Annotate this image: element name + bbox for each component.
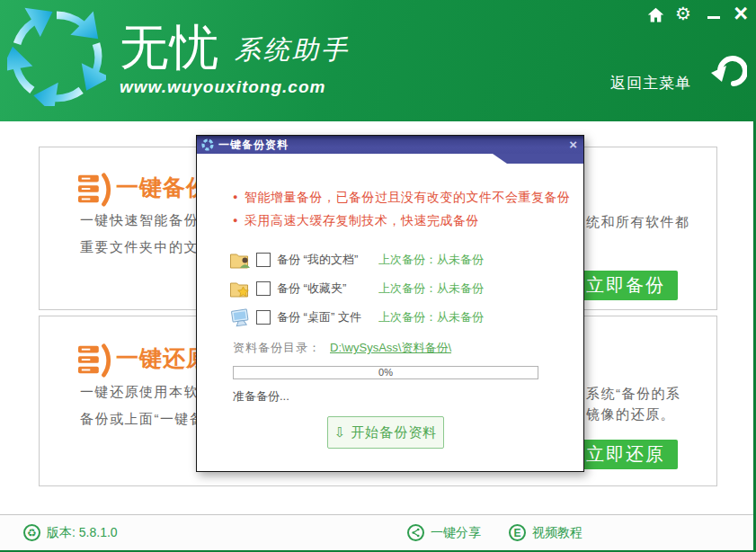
brand-subtitle: 系统助手	[235, 32, 350, 68]
version-info: ♻ 版本: 5.8.1.0	[23, 515, 118, 550]
video-tutorial-label: 视频教程	[532, 525, 583, 541]
dialog-bullet-2: 采用高速大缓存复制技术，快速完成备份	[233, 213, 479, 229]
return-arrow-icon	[709, 47, 747, 88]
dialog-close-icon[interactable]: ×	[569, 136, 577, 153]
dialog-title: 一键备份资料	[218, 138, 289, 153]
favorites-checkbox[interactable]	[256, 281, 271, 296]
backup-stack-icon	[78, 173, 112, 207]
download-arrow-icon: ⇩	[334, 424, 347, 441]
backup-item-row: 备份 “桌面” 文件 上次备份：从未备份	[229, 306, 580, 329]
backup-directory-link[interactable]: D:\wySysAss\资料备份\	[330, 340, 451, 356]
backup-item-status: 上次备份：从未备份	[378, 280, 484, 297]
dialog-bullet-1: 智能增量备份，已备份过且没有改变的文件不会重复备份	[233, 190, 570, 206]
share-icon	[407, 524, 424, 541]
backup-desc-line2: 重要文件夹中的文件	[80, 239, 214, 256]
restore-desc-right2: 镜像的还原。	[586, 406, 675, 423]
dialog-titlebar[interactable]: 一键备份资料 ×	[197, 136, 583, 154]
share-label: 一键分享	[431, 525, 481, 541]
backup-item-status: 上次备份：从未备份	[378, 309, 484, 325]
restore-stack-icon	[78, 343, 112, 378]
backup-status-text: 准备备份...	[233, 388, 289, 405]
dialog-tab-decoration	[493, 154, 583, 164]
backup-item-label: 备份 “桌面” 文件	[277, 309, 378, 325]
backup-item-label: 备份 “收藏夹”	[277, 280, 378, 297]
backup-now-button[interactable]: 立即备份	[574, 271, 678, 300]
backup-item-row: 备份 “我的文档” 上次备份：从未备份	[229, 248, 580, 272]
video-tutorial-icon: E	[509, 524, 526, 541]
gear-icon[interactable]: ⚙	[675, 3, 691, 24]
brand-website: www.wuyouxitong.com	[120, 77, 350, 97]
backup-item-label: 备份 “我的文档”	[277, 252, 378, 268]
recycle-logo-icon	[7, 7, 106, 106]
backup-directory-row: 资料备份目录： D:\wySysAss\资料备份\	[233, 340, 451, 356]
header: 无忧 系统助手 www.wuyouxitong.com ⚙ × 返回主菜单	[0, 0, 756, 121]
desktop-icon	[229, 307, 252, 328]
restore-now-button[interactable]: 立即还原	[574, 440, 678, 469]
desktop-checkbox[interactable]	[256, 310, 271, 325]
brand-title: 无忧	[120, 22, 220, 73]
back-to-main-menu-button[interactable]: 返回主菜单	[610, 47, 747, 97]
my-documents-checkbox[interactable]	[256, 253, 271, 267]
start-backup-label: 开始备份资料	[351, 424, 437, 441]
home-icon[interactable]	[646, 6, 665, 24]
back-to-main-menu-label: 返回主菜单	[610, 73, 691, 93]
restore-desc-line1: 一键还原使用本软件	[80, 384, 214, 401]
restore-desc-right1: 系统“备份的系	[586, 386, 681, 403]
footer-bar: ♻ 版本: 5.8.1.0 一键分享 E 视频教程	[0, 514, 753, 550]
minimize-icon[interactable]	[707, 16, 720, 19]
backup-desc-line1: 一键快速智能备份我	[80, 212, 214, 229]
video-tutorial-button[interactable]: E 视频教程	[509, 515, 583, 550]
start-backup-button[interactable]: ⇩ 开始备份资料	[327, 416, 444, 449]
backup-item-row: 备份 “收藏夹” 上次备份：从未备份	[229, 277, 580, 300]
backup-progress-bar: 0%	[233, 366, 538, 379]
my-documents-folder-icon	[229, 249, 252, 271]
recycle-badge-icon: ♻	[23, 524, 40, 541]
backup-directory-label: 资料备份目录：	[233, 340, 321, 356]
share-button[interactable]: 一键分享	[407, 515, 481, 550]
app-window: 无忧 系统助手 www.wuyouxitong.com ⚙ × 返回主菜单	[0, 0, 756, 552]
version-label: 版本: 5.8.1.0	[47, 525, 118, 541]
dialog-logo-icon	[201, 138, 214, 151]
restore-desc-line2: 备份或上面“一键备	[80, 411, 205, 428]
backup-dialog: 一键备份资料 × 智能增量备份，已备份过且没有改变的文件不会重复备份 采用高速大…	[196, 135, 584, 472]
close-icon[interactable]: ×	[734, 0, 748, 27]
backup-item-status: 上次备份：从未备份	[378, 252, 484, 268]
favorites-folder-icon	[229, 278, 252, 299]
backup-desc-right: 统和所有软件都	[586, 214, 690, 231]
